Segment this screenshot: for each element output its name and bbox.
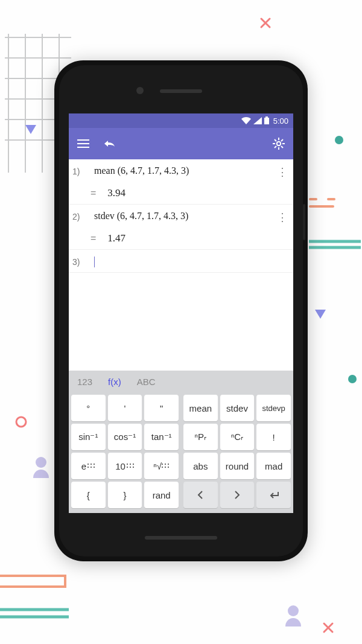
tab-fx[interactable]: f(x) (108, 377, 121, 387)
result-value: 1.47 (107, 232, 125, 244)
key-factorial[interactable]: ! (256, 424, 291, 450)
app-toolbar (69, 128, 293, 159)
key-ncr[interactable]: ⁿCᵣ (220, 424, 255, 450)
history-row: 2) stdev (6, 4.7, 1.7, 4.3, 3) ⋮ = 1.47 (69, 205, 293, 250)
phone-frame: 5:00 1) mean (6, 4.7, 1.7, 4. (54, 60, 308, 561)
equals-icon: = (91, 188, 97, 199)
row-menu-button[interactable]: ⋮ (275, 165, 290, 179)
result-value: 3.94 (107, 187, 125, 199)
row-number: 3) (72, 256, 89, 267)
equals-icon: = (91, 233, 97, 244)
tab-123[interactable]: 123 (77, 377, 92, 387)
key-enter[interactable] (256, 482, 291, 508)
row-number: 2) (72, 211, 89, 222)
signal-icon (253, 116, 262, 125)
home-indicator (145, 536, 217, 540)
power-button (303, 204, 305, 240)
svg-marker-10 (25, 125, 36, 134)
settings-button[interactable] (273, 138, 285, 150)
history-row: 1) mean (6, 4.7, 1.7, 4.3, 3) ⋮ = 3.94 (69, 159, 293, 205)
svg-rect-18 (0, 576, 65, 587)
key-mad[interactable]: mad (256, 453, 291, 479)
key-tenpow[interactable]: 10 (108, 453, 142, 479)
clock: 5:00 (273, 116, 288, 126)
keypad-right: mean stdev stdevp ⁿPᵣ ⁿCᵣ ! abs round ma… (183, 395, 291, 508)
key-degree[interactable]: ° (71, 395, 106, 421)
key-acos[interactable]: cos⁻¹ (108, 424, 142, 450)
speaker-grille (160, 89, 202, 93)
key-brace-close[interactable]: } (108, 482, 142, 508)
svg-marker-14 (315, 310, 326, 319)
keypad-left: ° ' " sin⁻¹ cos⁻¹ tan⁻¹ e 10 ⁿ√ { } rand (71, 395, 179, 508)
chevron-right-icon (234, 491, 240, 499)
key-stdevp[interactable]: stdevp (256, 395, 291, 421)
svg-point-21 (288, 605, 299, 616)
enter-icon (268, 491, 279, 499)
keypad-tabs: 123 f(x) ABC (69, 371, 293, 392)
key-npr[interactable]: ⁿPᵣ (183, 424, 218, 450)
history-list: 1) mean (6, 4.7, 1.7, 4.3, 3) ⋮ = 3.94 2… (69, 159, 293, 273)
key-mean[interactable]: mean (183, 395, 218, 421)
row-number: 1) (72, 165, 89, 176)
history-row: 3) (69, 250, 293, 273)
expression[interactable]: stdev (6, 4.7, 1.7, 4.3, 3) (94, 211, 270, 222)
svg-rect-23 (265, 116, 268, 118)
svg-point-11 (335, 136, 343, 144)
key-nthroot[interactable]: ⁿ√ (144, 453, 179, 479)
svg-point-15 (348, 375, 357, 383)
svg-line-32 (281, 139, 283, 141)
tab-abc[interactable]: ABC (137, 377, 156, 387)
svg-line-29 (275, 139, 276, 141)
key-second[interactable]: " (144, 395, 179, 421)
undo-icon (103, 139, 116, 148)
gear-icon (273, 138, 285, 150)
key-cursor-right[interactable] (220, 482, 255, 508)
undo-button[interactable] (103, 139, 116, 148)
battery-icon (264, 116, 270, 125)
keypad: ° ' " sin⁻¹ cos⁻¹ tan⁻¹ e 10 ⁿ√ { } rand (69, 392, 293, 513)
hamburger-icon (77, 139, 89, 148)
key-stdev[interactable]: stdev (220, 395, 255, 421)
key-abs[interactable]: abs (183, 453, 218, 479)
expression[interactable]: mean (6, 4.7, 1.7, 4.3, 3) (94, 165, 270, 176)
row-menu-button[interactable]: ⋮ (275, 211, 290, 224)
status-bar: 5:00 (69, 113, 293, 128)
phone-bezel: 5:00 1) mean (6, 4.7, 1.7, 4. (59, 65, 303, 556)
key-brace-open[interactable]: { (71, 482, 106, 508)
expression-input[interactable] (94, 256, 290, 267)
svg-point-16 (16, 417, 26, 427)
key-rand[interactable]: rand (144, 482, 179, 508)
key-atan[interactable]: tan⁻¹ (144, 424, 179, 450)
chevron-left-icon (197, 491, 203, 499)
menu-button[interactable] (77, 139, 89, 148)
key-cursor-left[interactable] (183, 482, 218, 508)
svg-rect-22 (264, 118, 269, 124)
svg-line-30 (281, 146, 283, 148)
svg-line-31 (275, 146, 276, 148)
key-minute[interactable]: ' (108, 395, 142, 421)
svg-point-17 (36, 457, 46, 468)
screen: 5:00 1) mean (6, 4.7, 1.7, 4. (69, 113, 293, 513)
key-asin[interactable]: sin⁻¹ (71, 424, 106, 450)
svg-point-24 (277, 142, 281, 145)
wifi-icon (241, 116, 252, 125)
front-camera (136, 87, 144, 94)
key-epow[interactable]: e (71, 453, 106, 479)
key-round[interactable]: round (220, 453, 255, 479)
